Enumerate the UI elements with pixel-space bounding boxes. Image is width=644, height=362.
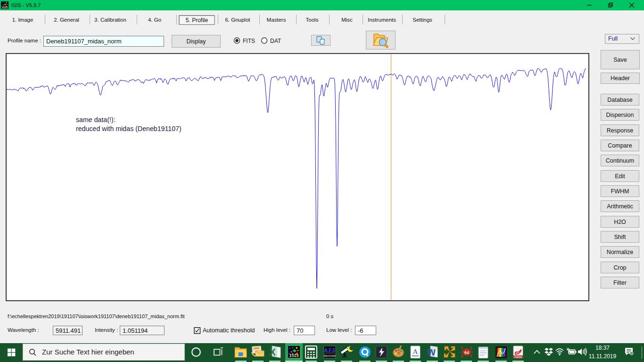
svg-text:RENAME: RENAME (324, 354, 336, 357)
svg-text:X: X (269, 347, 276, 357)
svg-text:ISIS: ISIS (2, 7, 8, 9)
svg-text:A.F.5: A.F.5 (324, 348, 336, 353)
svg-text:reduced with midas (Deneb19110: reduced with midas (Deneb191107) (76, 125, 182, 132)
svg-text:ISIS: ISIS (289, 354, 298, 358)
svg-text:A: A (413, 348, 418, 355)
svg-text:Adobe: Adobe (514, 355, 522, 358)
svg-text:W: W (427, 347, 436, 357)
svg-text:same data(!):: same data(!): (76, 116, 116, 123)
svg-text:64: 64 (464, 350, 469, 355)
